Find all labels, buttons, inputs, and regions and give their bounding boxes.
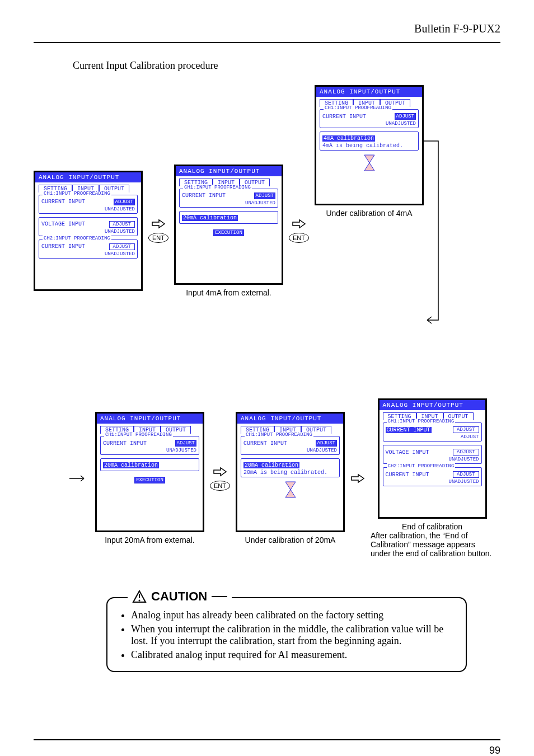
adjust-button[interactable]: ADJUST bbox=[453, 471, 479, 478]
caution-list: Analog input has already been calibrated… bbox=[119, 609, 455, 661]
status-unadjusted: UNADJUSTED bbox=[103, 448, 196, 453]
arrow-right-icon bbox=[350, 473, 365, 484]
group-label: CH2:INPUT PROOFREADING bbox=[43, 236, 111, 241]
status-unadjusted: UNADJUSTED bbox=[41, 251, 135, 257]
cal-group: 4mA calibration 4mA is being calibrated. bbox=[320, 132, 419, 151]
screen-title: ANALOG INPUT/OUTPUT bbox=[316, 87, 422, 97]
calibration-select[interactable]: 20mA calibration bbox=[243, 462, 299, 468]
screen-title: ANALOG INPUT/OUTPUT bbox=[97, 414, 203, 424]
group-voltage: VOLTAGE INPUTADJUST UNADJUSTED bbox=[39, 217, 138, 236]
ent-key-icon: ENT bbox=[210, 481, 230, 491]
group-ch2: CH2:INPUT PROOFREADING CURRENT INPUTADJU… bbox=[39, 240, 138, 259]
svg-point-1 bbox=[139, 600, 140, 602]
status-msg: 4mA is being calibrated. bbox=[322, 143, 416, 149]
cal-group: 20mA calibration bbox=[100, 458, 199, 471]
arrow-right-icon bbox=[213, 466, 227, 477]
header-rule bbox=[34, 42, 500, 43]
group-label: CH1:INPUT PROOFREADING bbox=[387, 419, 456, 424]
bulletin-header: Bulletin F-9-PUX2 bbox=[34, 22, 500, 35]
ent-key-icon: ENT bbox=[148, 233, 168, 243]
caption-3: Under calibration of 4mA bbox=[326, 209, 412, 218]
group-ch1: CH1:INPUT PROOFREADING CURRENT INPUTADJU… bbox=[383, 422, 482, 442]
status-unadjusted: UNADJUSTED bbox=[41, 206, 135, 212]
current-input-label: CURRENT INPUT bbox=[386, 472, 429, 478]
current-input-label: CURRENT INPUT bbox=[41, 199, 85, 205]
adjust-button[interactable]: ADJUST bbox=[109, 243, 135, 250]
arrow-enter-icon bbox=[67, 473, 90, 484]
status-adjust: ADJUST bbox=[386, 434, 479, 440]
status-unadjusted: UNADJUSTED bbox=[182, 200, 275, 206]
adjust-button[interactable]: ADJUST bbox=[316, 440, 337, 447]
return-arrow-icon bbox=[421, 85, 444, 376]
screen-title: ANALOG INPUT/OUTPUT bbox=[237, 414, 343, 424]
caution-rule-icon bbox=[212, 596, 227, 597]
group-ch1: CH1:INPUT PROOFREADING CURRENT INPUTADJU… bbox=[241, 436, 340, 455]
adjust-button[interactable]: ADJUST bbox=[254, 192, 275, 199]
adjust-button[interactable]: ADJUST bbox=[175, 440, 196, 447]
group-voltage: VOLTAGE INPUTADJUST UNADJUSTED bbox=[383, 445, 482, 464]
current-input-label: CURRENT INPUT bbox=[103, 440, 147, 447]
screen-4: ANALOG INPUT/OUTPUT SETTING INPUT OUTPUT… bbox=[95, 412, 204, 532]
group-ch1: CH1:INPUT PROOFREADING CURRENT INPUTADJU… bbox=[100, 436, 199, 455]
execution-button[interactable]: EXECUTION bbox=[134, 477, 165, 483]
group-label: CH1:INPUT PROOFREADING bbox=[324, 105, 392, 111]
caution-item: When you interrupt the calibration in th… bbox=[131, 623, 455, 647]
caption-4: Input 20mA from external. bbox=[105, 536, 194, 544]
calibration-select[interactable]: 20mA calibration bbox=[103, 462, 159, 468]
group-ch2: CH2:INPUT PROOFREADING CURRENT INPUTADJU… bbox=[383, 467, 482, 486]
current-input-label: CURRENT INPUT bbox=[322, 114, 366, 120]
voltage-input-label: VOLTAGE INPUT bbox=[41, 221, 85, 227]
adjust-button[interactable]: ADJUST bbox=[109, 221, 135, 228]
group-label: CH2:INPUT PROOFREADING bbox=[387, 463, 456, 469]
group-label: CH1:INPUT PROOFREADING bbox=[245, 432, 313, 438]
status-unadjusted: UNADJUSTED bbox=[386, 479, 479, 485]
hourglass-icon bbox=[362, 154, 377, 172]
group-ch1: CH1:INPUT PROOFREADING CURRENT INPUTADJU… bbox=[320, 109, 419, 128]
hourglass-icon bbox=[283, 481, 298, 499]
caution-item: Calibrated analog input required for AI … bbox=[131, 649, 455, 661]
section-title: Current Input Calibration procedure bbox=[73, 60, 500, 72]
current-input-label: CURRENT INPUT bbox=[386, 427, 432, 433]
status-unadjusted: UNADJUSTED bbox=[386, 457, 479, 462]
caution-title: CAUTION bbox=[151, 589, 207, 604]
execution-button[interactable]: EXECUTION bbox=[213, 229, 244, 236]
screen-5: ANALOG INPUT/OUTPUT SETTING INPUT OUTPUT… bbox=[236, 412, 345, 532]
ent-key-icon: ENT bbox=[289, 233, 309, 243]
footer-rule bbox=[34, 739, 500, 740]
group-ch1: CH1:INPUT PROOFREADING CURRENT INPUTADJU… bbox=[179, 189, 278, 208]
current-input-label: CURRENT INPUT bbox=[243, 440, 287, 447]
caption-5: Under calibration of 20mA bbox=[245, 536, 336, 544]
current-input-label: CURRENT INPUT bbox=[182, 192, 226, 199]
group-label: CH1:INPUT PROOFREADING bbox=[183, 185, 252, 190]
screen-3: ANALOG INPUT/OUTPUT SETTING INPUT OUTPUT… bbox=[315, 85, 424, 205]
arrow-right-icon bbox=[292, 218, 306, 229]
caption-2: Input 4mA from external. bbox=[186, 288, 271, 297]
screen-title: ANALOG INPUT/OUTPUT bbox=[176, 166, 282, 176]
warning-icon bbox=[132, 590, 147, 603]
arrow-right-icon bbox=[151, 218, 166, 229]
screen-6: ANALOG INPUT/OUTPUT SETTING INPUT OUTPUT… bbox=[378, 398, 487, 519]
calibration-select[interactable]: 4mA calibration bbox=[322, 135, 375, 142]
status-msg: 20mA is being calibrated. bbox=[243, 469, 337, 476]
adjust-button[interactable]: ADJUST bbox=[114, 199, 135, 205]
cal-group: 20mA calibration bbox=[179, 211, 278, 224]
voltage-input-label: VOLTAGE INPUT bbox=[386, 449, 429, 456]
caution-box: CAUTION Analog input has already been ca… bbox=[106, 597, 467, 672]
screen-2: ANALOG INPUT/OUTPUT SETTING INPUT OUTPUT… bbox=[174, 165, 283, 285]
adjust-button[interactable]: ADJUST bbox=[453, 449, 479, 456]
adjust-button[interactable]: ADJUST bbox=[453, 426, 479, 433]
status-unadjusted: UNADJUSTED bbox=[322, 121, 416, 126]
caution-legend: CAUTION bbox=[128, 589, 232, 604]
caption-after: After calibration, the “End of Calibrati… bbox=[371, 531, 494, 558]
adjust-button[interactable]: ADJUST bbox=[395, 113, 416, 120]
group-label: CH1:INPUT PROOFREADING bbox=[104, 432, 173, 438]
status-unadjusted: UNADJUSTED bbox=[243, 448, 337, 453]
caution-item: Analog input has already been calibrated… bbox=[131, 609, 455, 621]
cal-group: 20mA calibration 20mA is being calibrate… bbox=[241, 458, 340, 477]
group-ch1: CH1:INPUT PROOFREADING CURRENT INPUTADJU… bbox=[39, 195, 138, 214]
caption-6: End of calibration bbox=[402, 522, 462, 531]
screen-title: ANALOG INPUT/OUTPUT bbox=[380, 400, 485, 410]
group-label: CH1:INPUT PROOFREADING bbox=[43, 191, 111, 196]
calibration-select[interactable]: 20mA calibration bbox=[182, 215, 238, 221]
current-input-label: CURRENT INPUT bbox=[41, 243, 85, 250]
